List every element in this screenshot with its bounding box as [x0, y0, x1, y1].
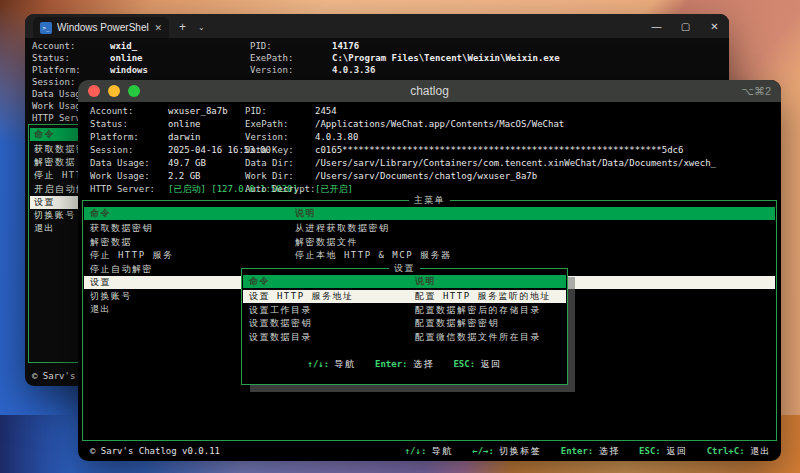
menu-description: 配置 HTTP 服务监听的地址 — [415, 290, 551, 302]
nav-keys-hint: ↑/↓: — [405, 446, 427, 456]
info-label: Account: — [90, 105, 133, 117]
menu-command: 设置 — [90, 276, 111, 288]
maximize-button[interactable]: ▢ — [671, 21, 700, 32]
info-label: Session: — [32, 76, 75, 88]
settings-row[interactable]: 设置数据目录配置微信数据文件所在目录 — [243, 331, 566, 344]
tab-close-icon[interactable]: ✕ — [154, 23, 162, 33]
info-value: 2454 — [315, 105, 337, 117]
info-label: ExePath: — [245, 118, 288, 130]
hint-label: 返回 — [666, 446, 687, 456]
info-label: Data Dir: — [245, 157, 294, 169]
column-header-description: 说明 — [295, 207, 316, 219]
menu-description: 配置数据解密后的存储目录 — [415, 304, 541, 316]
menu-command: 设置数据目录 — [249, 331, 312, 343]
info-value: 14176 — [332, 40, 359, 52]
info-label: Account: — [32, 40, 75, 52]
info-label: PID: — [245, 105, 267, 117]
menu-command: 停止 HTTP 服务 — [90, 249, 174, 261]
close-button[interactable]: ✕ — [700, 21, 729, 32]
chatlog-terminal-content: Account:wxuser_8a7bPID:2454 Status:onlin… — [78, 102, 781, 461]
info-value: 49.7 GB — [168, 157, 206, 169]
enter-key-hint: Enter: — [375, 359, 408, 369]
minimize-button[interactable]: — — [642, 21, 671, 32]
info-value: 2.2 GB — [168, 170, 201, 182]
info-value: /Applications/WeChat.app/Contents/MacOS/… — [315, 118, 564, 130]
menu-description: 解密数据文件 — [295, 236, 358, 248]
hint-label: 切换标签 — [499, 446, 541, 456]
tab-windows-powershell[interactable]: >_ Windows PowerShell ✕ — [33, 17, 169, 38]
info-label: Version: — [250, 64, 293, 76]
info-value: online — [110, 52, 143, 64]
info-value: C:\Program Files\Tencent\Weixin\Weixin.e… — [332, 52, 560, 64]
menu-command: 停止自动解密 — [90, 263, 153, 275]
info-row: Session:2025-04-16 16:53:00Data Key:c016… — [78, 144, 781, 156]
menu-row[interactable]: 解密数据解密数据文件 — [84, 236, 775, 249]
menu-command: 退出 — [90, 303, 111, 315]
hint-label: 退出 — [750, 446, 771, 456]
window-shortcut-badge: ⌥⌘2 — [741, 85, 771, 98]
info-value: 4.0.3.80 — [315, 131, 358, 143]
key-hints: ↑/↓: 导航 ←/→: 切换标签 Enter: 选择 ESC: 返回 Ctrl… — [405, 445, 771, 457]
info-label: Platform: — [90, 131, 139, 143]
info-label: Data Key: — [245, 144, 294, 156]
info-value: /Users/sarv/Documents/chatlog/wxuser_8a7… — [315, 170, 537, 182]
menu-row[interactable]: 获取数据密钥从进程获取数据密钥 — [84, 222, 775, 235]
menu-command: 切换账号 — [90, 290, 132, 302]
settings-row[interactable]: 设置数据密钥配置数据解密密钥 — [243, 317, 566, 330]
settings-header-row: 命令说明 — [243, 275, 566, 288]
chatlog-titlebar[interactable]: chatlog ⌥⌘2 — [78, 80, 781, 102]
status-bar: © Sarv's Chatlog v0.0.11 ↑/↓: 导航 ←/→: 切换… — [78, 443, 781, 459]
modal-key-hints: ↑/↓: 导航 Enter: 选择 ESC: 返回 — [242, 358, 567, 370]
window-controls: — ▢ ✕ — [642, 14, 729, 38]
column-header-command: 命令 — [249, 275, 270, 287]
tab-switch-keys-hint: ←/→: — [472, 446, 494, 456]
settings-modal-title: 设置 — [242, 262, 567, 274]
column-header-description: 说明 — [415, 275, 436, 287]
new-tab-button[interactable]: + — [179, 20, 186, 34]
menu-description: 配置数据解密密钥 — [415, 317, 499, 329]
ctrl-c-key-hint: Ctrl+C: — [707, 446, 745, 456]
info-label: Status: — [32, 52, 70, 64]
hint-label: 导航 — [432, 446, 453, 456]
info-row: Status:onlineExePath:C:\Program Files\Te… — [25, 52, 729, 64]
info-row: Account:wxid_PID:14176 — [25, 40, 729, 52]
menu-command: 设置 HTTP 服务地址 — [249, 290, 354, 302]
window-title: chatlog — [78, 84, 781, 98]
info-value: wxid_ — [110, 40, 137, 52]
info-value: /Users/sarv/Library/Containers/com.tence… — [315, 157, 716, 169]
info-label: Platform: — [32, 64, 81, 76]
copyright-version: © Sarv's Chatlog v0.0.11 — [90, 445, 220, 457]
settings-row[interactable]: 设置工作目录配置数据解密后的存储目录 — [243, 304, 566, 317]
menu-description: 配置微信数据文件所在目录 — [415, 331, 541, 343]
esc-key-hint: ESC: — [639, 446, 661, 456]
menu-command: 设置工作目录 — [249, 304, 312, 316]
info-row: Work Usage:2.2 GBWork Dir:/Users/sarv/Do… — [78, 170, 781, 182]
menu-description: 停止本地 HTTP & MCP 服务器 — [295, 249, 452, 261]
info-row: Data Usage:49.7 GBData Dir:/Users/sarv/L… — [78, 157, 781, 169]
info-value: online — [168, 118, 201, 130]
hint-label: 返回 — [481, 359, 502, 369]
settings-modal: 设置 命令说明 设置 HTTP 服务地址配置 HTTP 服务监听的地址 设置工作… — [241, 268, 568, 385]
menu-row[interactable]: 停止 HTTP 服务停止本地 HTTP & MCP 服务器 — [84, 249, 775, 262]
tab-title: Windows PowerShell — [57, 22, 149, 33]
info-value: darwin — [168, 131, 201, 143]
info-label: Data Usage: — [90, 157, 150, 169]
enter-key-hint: Enter: — [561, 446, 594, 456]
hint-label: 导航 — [335, 359, 356, 369]
info-label: Work Dir: — [245, 170, 294, 182]
info-value: 4.0.3.36 — [332, 64, 375, 76]
info-label: Session: — [90, 144, 133, 156]
info-row: Account:wxuser_8a7bPID:2454 — [78, 105, 781, 117]
info-value: c0165***********************************… — [315, 144, 683, 156]
chatlog-terminal-window[interactable]: chatlog ⌥⌘2 Account:wxuser_8a7bPID:2454 … — [78, 80, 781, 461]
info-label: ExePath: — [250, 52, 293, 64]
info-row: Platform:windowsVersion:4.0.3.36 — [25, 64, 729, 76]
info-label: Status: — [90, 118, 128, 130]
info-label: PID: — [250, 40, 272, 52]
info-label: Work Usage: — [90, 170, 150, 182]
tab-dropdown-icon[interactable]: ⌄ — [198, 23, 205, 32]
settings-row-selected[interactable]: 设置 HTTP 服务地址配置 HTTP 服务监听的地址 — [243, 290, 566, 303]
main-menu-title: 主菜单 — [83, 194, 776, 206]
windows-terminal-titlebar[interactable]: >_ Windows PowerShell ✕ + ⌄ — ▢ ✕ — [25, 14, 729, 38]
powershell-icon: >_ — [40, 22, 52, 34]
